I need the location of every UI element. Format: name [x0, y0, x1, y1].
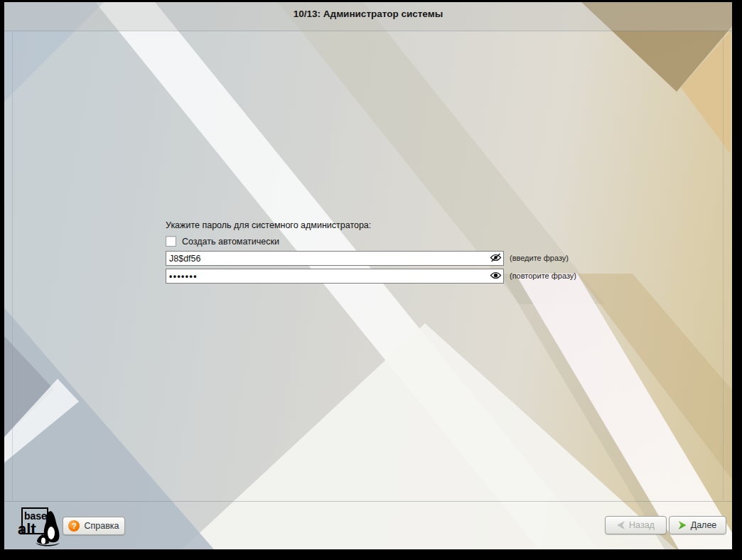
password-visibility-toggle[interactable]: [490, 253, 502, 264]
password-input[interactable]: [166, 251, 504, 266]
help-button[interactable]: ? Справка: [63, 517, 125, 535]
basealt-logo: base alt: [16, 506, 65, 549]
header-divider: [4, 31, 732, 31]
eye-icon: [490, 271, 502, 282]
help-button-label: Справка: [84, 521, 119, 531]
password-repeat-input[interactable]: [166, 269, 504, 284]
next-button[interactable]: Далее: [669, 516, 726, 534]
svg-text:alt: alt: [18, 520, 36, 538]
password-repeat-field-wrapper: [166, 269, 504, 284]
next-arrow-icon: [679, 521, 687, 529]
password-repeat-hint-label: (повторите фразу): [510, 271, 576, 280]
password-field-wrapper: [166, 251, 504, 266]
password-instruction-label: Укажите пароль для системного администра…: [166, 220, 371, 230]
help-question-icon: ?: [68, 520, 80, 532]
password-repeat-visibility-toggle[interactable]: [490, 271, 502, 281]
eye-slash-icon: [490, 253, 502, 264]
content-frame-outline: [12, 31, 724, 500]
page-title: 10/13: Администратор системы: [4, 9, 732, 19]
auto-generate-checkbox[interactable]: [166, 236, 176, 247]
password-hint-label: (введите фразу): [510, 254, 569, 262]
installer-screen: 10/13: Администратор системы Укажите пар…: [4, 2, 732, 549]
back-button[interactable]: Назад: [605, 516, 667, 534]
back-button-label: Назад: [629, 520, 655, 530]
auto-generate-checkbox-label[interactable]: Создать автоматически: [182, 237, 279, 247]
footer-divider: [4, 501, 732, 502]
back-arrow-icon: [617, 521, 625, 529]
next-button-label: Далее: [691, 520, 717, 530]
